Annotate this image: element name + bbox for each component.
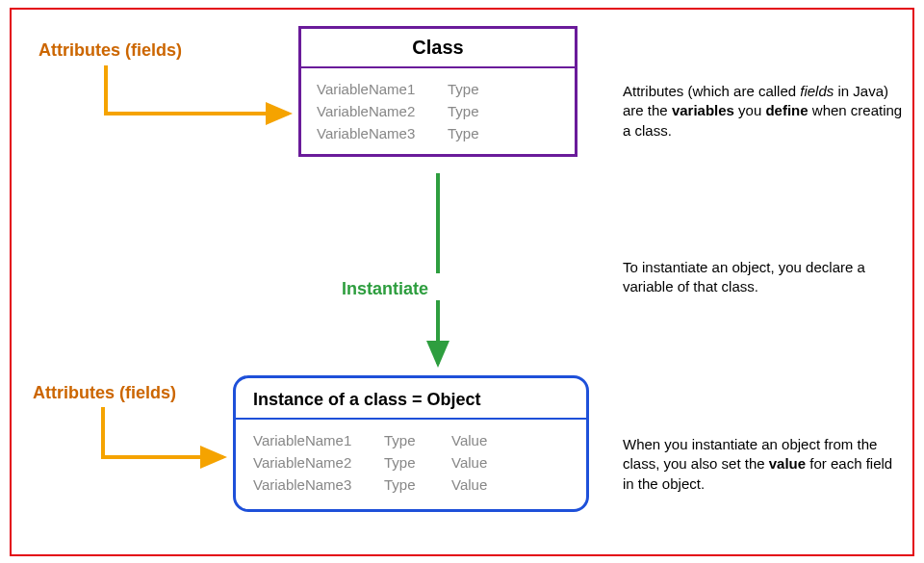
var-type: Type — [448, 81, 515, 97]
object-row: VariableName1 Type Value — [253, 429, 569, 451]
attributes-label-bottom: Attributes (fields) — [33, 383, 176, 403]
var-value: Value — [451, 432, 509, 448]
fields-word: fields — [800, 83, 834, 99]
var-name: VariableName1 — [253, 432, 384, 448]
instantiate-label: Instantiate — [342, 279, 428, 299]
var-name: VariableName1 — [317, 81, 448, 97]
class-row: VariableName3 Type — [317, 122, 559, 144]
class-row: VariableName2 Type — [317, 100, 559, 122]
class-row: VariableName1 Type — [317, 78, 559, 100]
text: you — [734, 102, 766, 118]
value-word: value — [769, 455, 806, 472]
variables-word: variables — [672, 102, 734, 118]
class-box: Class VariableName1 Type VariableName2 T… — [298, 26, 578, 157]
arrow-attributes-top — [106, 65, 289, 114]
var-name: VariableName3 — [317, 125, 448, 141]
class-box-title: Class — [301, 29, 575, 68]
attributes-label-top: Attributes (fields) — [38, 40, 182, 61]
arrow-attributes-bottom — [103, 407, 223, 457]
var-value: Value — [451, 454, 509, 471]
explain-instantiate: To instantiate an object, you declare a … — [623, 258, 907, 297]
object-row: VariableName2 Type Value — [253, 451, 569, 473]
var-name: VariableName2 — [253, 454, 384, 471]
var-value: Value — [451, 476, 509, 493]
object-box-body: VariableName1 Type Value VariableName2 T… — [236, 420, 586, 509]
var-type: Type — [448, 103, 515, 119]
text: Attributes (which are called — [623, 83, 800, 99]
var-name: VariableName2 — [317, 103, 448, 119]
diagram-frame: Attributes (fields) Class VariableName1 … — [10, 8, 914, 556]
var-type: Type — [384, 454, 451, 471]
explain-attributes: Attributes (which are called fields in J… — [623, 82, 907, 141]
var-type: Type — [384, 476, 451, 493]
var-name: VariableName3 — [253, 476, 384, 493]
class-box-body: VariableName1 Type VariableName2 Type Va… — [301, 68, 575, 154]
var-type: Type — [384, 432, 451, 448]
object-box: Instance of a class = Object VariableNam… — [233, 375, 589, 512]
var-type: Type — [448, 125, 515, 141]
explain-value: When you instantiate an object from the … — [623, 435, 907, 494]
define-word: define — [765, 102, 808, 118]
object-row: VariableName3 Type Value — [253, 473, 569, 496]
object-box-title: Instance of a class = Object — [236, 386, 586, 420]
